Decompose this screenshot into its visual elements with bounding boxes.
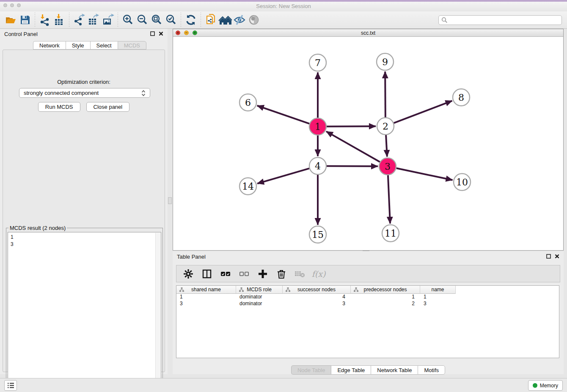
cell[interactable]: 1 xyxy=(420,294,456,301)
network-window-titlebar[interactable]: scc.txt xyxy=(173,29,563,37)
node-table-header: shared nameMCDS rolesuccessor nodesprede… xyxy=(176,286,559,294)
function-builder-icon[interactable]: f(x) xyxy=(313,268,325,280)
search-input[interactable] xyxy=(448,17,559,23)
open-session-icon[interactable] xyxy=(3,13,18,27)
zoom-selected-icon[interactable] xyxy=(164,13,178,27)
create-column-icon[interactable] xyxy=(257,268,269,280)
tab-edge-table[interactable]: Edge Table xyxy=(331,365,371,375)
edge-3-1[interactable] xyxy=(326,131,380,162)
mcds-panel-body: Optimization criterion: strongly connect… xyxy=(3,50,165,372)
export-image-icon[interactable] xyxy=(101,13,115,27)
close-panel-button[interactable]: Close panel xyxy=(86,102,130,112)
node-11[interactable]: 11 xyxy=(382,225,399,242)
edge-2-8[interactable] xyxy=(394,101,452,123)
cell[interactable]: 3 xyxy=(283,301,351,307)
result-scrollbar[interactable] xyxy=(155,233,160,388)
float-panel-icon[interactable] xyxy=(150,31,155,36)
table-toolbar: f(x) xyxy=(176,265,560,282)
table-row[interactable]: 1dominator411 xyxy=(176,294,559,301)
select-all-columns-icon[interactable] xyxy=(220,268,231,280)
column-header-successor-nodes[interactable]: successor nodes xyxy=(283,286,351,294)
criterion-dropdown[interactable]: strongly connected component xyxy=(19,88,150,98)
tab-mcds[interactable]: MCDS xyxy=(118,41,146,50)
cell[interactable]: 3 xyxy=(420,301,456,307)
copy-network-icon[interactable] xyxy=(204,13,218,27)
node-table[interactable]: shared nameMCDS rolesuccessor nodesprede… xyxy=(176,285,559,358)
cell[interactable]: 1 xyxy=(351,294,420,301)
table-row[interactable]: 3dominator323 xyxy=(176,301,559,307)
show-all-icon[interactable] xyxy=(247,13,261,27)
cell[interactable]: 4 xyxy=(283,294,351,301)
mcds-result-text[interactable]: 1 3 xyxy=(8,232,161,389)
edge-3-11[interactable] xyxy=(388,175,390,224)
tab-network-table[interactable]: Network Table xyxy=(371,365,418,375)
close-table-panel-icon[interactable] xyxy=(555,254,559,259)
node-15[interactable]: 15 xyxy=(309,226,326,243)
edge-2-9[interactable] xyxy=(385,72,385,117)
cell[interactable]: 1 xyxy=(176,294,236,301)
node-6[interactable]: 6 xyxy=(239,94,256,111)
node-3[interactable]: 3 xyxy=(379,158,396,175)
import-network-icon[interactable] xyxy=(38,13,52,27)
optimization-criterion-label: Optimization criterion: xyxy=(3,79,165,85)
first-neighbors-icon[interactable] xyxy=(218,13,232,27)
zoom-in-icon[interactable] xyxy=(121,13,135,27)
delete-table-icon[interactable] xyxy=(294,268,306,280)
table-options-icon[interactable] xyxy=(182,268,194,280)
node-2[interactable]: 2 xyxy=(377,118,394,135)
tab-motifs[interactable]: Motifs xyxy=(418,365,445,375)
node-10[interactable]: 10 xyxy=(454,174,471,190)
tab-select[interactable]: Select xyxy=(90,41,118,50)
result-line: 1 xyxy=(11,234,158,241)
cell[interactable]: dominator xyxy=(236,294,283,301)
node-7[interactable]: 7 xyxy=(309,54,326,71)
svg-text:6: 6 xyxy=(245,97,251,108)
save-session-icon[interactable] xyxy=(18,13,32,27)
export-network-icon[interactable] xyxy=(72,13,86,27)
zoom-fit-icon[interactable] xyxy=(149,13,164,27)
dropdown-stepper-icon xyxy=(141,90,146,97)
node-1[interactable]: 1 xyxy=(309,118,326,135)
network-canvas[interactable]: 7968124314101511 xyxy=(173,37,563,250)
tab-node-table[interactable]: Node Table xyxy=(291,365,331,375)
edge-3-10[interactable] xyxy=(396,168,453,180)
node-4[interactable]: 4 xyxy=(309,157,326,174)
svg-text:9: 9 xyxy=(382,57,388,67)
edge-4-3[interactable] xyxy=(327,166,378,166)
svg-text:8: 8 xyxy=(458,92,464,103)
hide-selected-icon[interactable] xyxy=(232,13,247,27)
show-column-panel-icon[interactable] xyxy=(201,268,213,280)
float-table-panel-icon[interactable] xyxy=(546,254,551,259)
edge-2-3[interactable] xyxy=(386,135,387,157)
cell[interactable]: 3 xyxy=(176,301,236,307)
deselect-all-columns-icon[interactable] xyxy=(238,268,250,280)
vertical-split-handle[interactable] xyxy=(168,197,172,204)
node-9[interactable]: 9 xyxy=(377,53,394,70)
import-table-icon[interactable] xyxy=(52,13,66,27)
memory-button[interactable]: Memory xyxy=(528,380,563,391)
column-header-shared-name[interactable]: shared name xyxy=(176,286,236,294)
tab-network[interactable]: Network xyxy=(33,41,66,50)
node-14[interactable]: 14 xyxy=(239,178,256,195)
zoom-out-icon[interactable] xyxy=(135,13,149,27)
column-header-MCDS-role[interactable]: MCDS role xyxy=(236,286,283,294)
close-panel-icon[interactable] xyxy=(159,31,163,36)
edge-4-14[interactable] xyxy=(257,168,309,184)
cell[interactable]: dominator xyxy=(236,301,283,307)
tab-style[interactable]: Style xyxy=(66,41,90,50)
delete-columns-icon[interactable] xyxy=(275,268,287,280)
apply-layout-icon[interactable] xyxy=(184,13,198,27)
svg-text:4: 4 xyxy=(315,161,321,171)
export-table-icon[interactable] xyxy=(86,13,101,27)
task-history-button[interactable] xyxy=(4,380,17,391)
cell[interactable]: 2 xyxy=(351,301,420,307)
search-box[interactable] xyxy=(438,15,562,25)
edge-1-2[interactable] xyxy=(327,126,376,127)
node-8[interactable]: 8 xyxy=(453,89,470,106)
column-header-predecessor-nodes[interactable]: predecessor nodes xyxy=(351,286,420,294)
edge-1-6[interactable] xyxy=(257,106,309,124)
app-window: Session: New Session xyxy=(0,0,567,392)
mcds-result-title: MCDS result (2 nodes) xyxy=(8,225,67,231)
run-mcds-button[interactable]: Run MCDS xyxy=(38,102,80,112)
column-header-name[interactable]: name xyxy=(420,286,456,294)
